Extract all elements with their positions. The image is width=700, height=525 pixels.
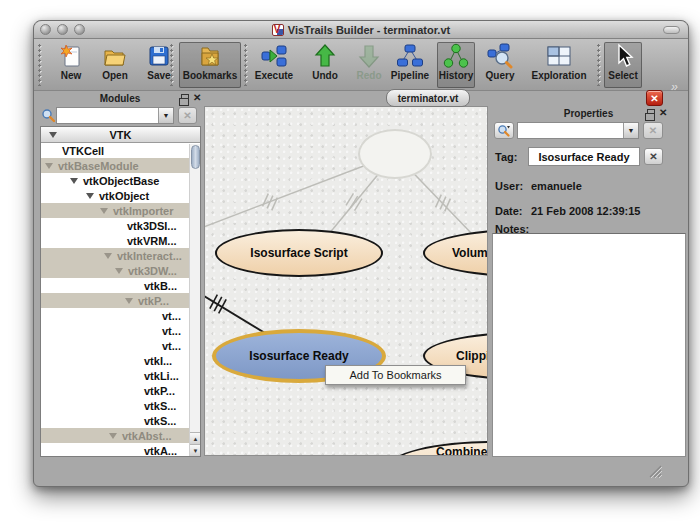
tree-item[interactable]: vtkBaseModule — [41, 158, 200, 173]
resize-grip-icon[interactable] — [647, 463, 662, 478]
tree-item[interactable]: vt... — [41, 308, 200, 323]
expander-triangle-icon[interactable] — [86, 193, 94, 199]
undo-button[interactable]: Undo — [304, 42, 346, 88]
chevron-down-icon[interactable]: ▼ — [623, 123, 638, 138]
expander-triangle-icon[interactable] — [109, 433, 117, 439]
tree-item[interactable]: vtkI... — [41, 353, 200, 368]
tree-item[interactable]: vtkInteract... — [41, 248, 200, 263]
float-panel-icon[interactable] — [647, 109, 655, 117]
expander-triangle-icon[interactable] — [45, 163, 53, 169]
scrollbar-thumb[interactable] — [191, 145, 200, 169]
toolbar-drag-handle[interactable] — [596, 43, 601, 86]
execute-icon — [261, 43, 287, 69]
tree-item[interactable]: vtkObject — [41, 188, 200, 203]
tag-search-combobox[interactable]: ▼ — [517, 122, 639, 139]
module-search-input[interactable] — [57, 108, 158, 123]
exploration-button[interactable]: Exploration — [526, 42, 592, 88]
date-value: 21 Feb 2008 12:39:15 — [531, 205, 640, 217]
clear-tag-search-button[interactable]: ✕ — [643, 122, 663, 139]
tree-item[interactable]: vtkImporter — [41, 203, 200, 218]
notes-field[interactable] — [492, 233, 686, 457]
undo-arrow-icon — [312, 43, 338, 69]
close-window-button[interactable] — [40, 24, 51, 35]
tree-item[interactable]: vtk3DSI... — [41, 218, 200, 233]
clear-module-search-button[interactable]: ✕ — [178, 107, 197, 124]
tree-item[interactable]: vtkLi... — [41, 368, 200, 383]
toolbar-drag-handle[interactable] — [243, 43, 248, 86]
app-window: VisTrails Builder - terminator.vt New Op… — [33, 20, 689, 487]
tree-item[interactable]: vtkA... — [41, 443, 200, 457]
tag-search-input[interactable] — [518, 123, 623, 138]
tag-input[interactable] — [528, 147, 640, 166]
tab-terminator-vt[interactable]: terminator.vt — [386, 89, 470, 107]
title-bar[interactable]: VisTrails Builder - terminator.vt — [34, 21, 688, 39]
zoom-window-button[interactable] — [74, 24, 85, 35]
toolbar-drag-handle[interactable] — [37, 43, 42, 86]
expander-triangle-icon[interactable] — [70, 178, 78, 184]
exploration-grid-icon — [546, 43, 572, 69]
tree-item[interactable]: vtkS... — [41, 413, 200, 428]
close-panel-icon[interactable]: ✕ — [659, 109, 667, 117]
toolbar-toggle-pill-button[interactable] — [663, 26, 680, 34]
modules-panel-header[interactable]: Modules — [39, 91, 201, 105]
properties-panel-title: Properties — [564, 108, 613, 119]
minimize-window-button[interactable] — [57, 24, 68, 35]
user-value: emanuele — [531, 180, 582, 192]
module-tree-header[interactable]: VTK — [41, 127, 200, 143]
toolbar-overflow-chevron[interactable]: » — [671, 79, 678, 94]
redo-button[interactable]: Redo — [349, 42, 389, 88]
history-tree-icon — [443, 43, 469, 69]
tree-item[interactable]: vt... — [41, 338, 200, 353]
float-panel-icon[interactable] — [181, 94, 189, 102]
close-vistrail-button[interactable]: ✕ — [646, 90, 663, 106]
version-node-isosurface-script[interactable]: Isosurface Script — [215, 229, 383, 277]
open-button[interactable]: Open — [95, 42, 135, 88]
tree-scrollbar[interactable]: ▲ ▼ — [189, 144, 200, 456]
history-button[interactable]: History — [437, 42, 475, 88]
scroll-down-icon[interactable]: ▼ — [190, 444, 201, 456]
tag-search-options-button[interactable] — [494, 122, 514, 139]
traffic-lights — [40, 24, 85, 35]
tree-item[interactable]: vtkS... — [41, 398, 200, 413]
module-tree[interactable]: VTK VTKCell vtkBaseModule vtkObjectBase … — [40, 126, 201, 457]
expander-triangle-icon[interactable] — [104, 253, 112, 259]
query-button[interactable]: Query — [479, 42, 521, 88]
tree-item[interactable]: vtkP... — [41, 383, 200, 398]
new-button[interactable]: New — [51, 42, 91, 88]
tree-item[interactable]: vt... — [41, 323, 200, 338]
date-label: Date: — [495, 205, 523, 217]
version-tree-canvas[interactable]: Isosurface Script Volum Isosurface Ready… — [204, 106, 488, 456]
expander-triangle-icon[interactable] — [49, 132, 57, 138]
version-node-root[interactable] — [358, 129, 432, 179]
toolbar: New Open Save Bookmarks Execute — [34, 39, 688, 91]
pipeline-button[interactable]: Pipeline — [386, 42, 434, 88]
expander-triangle-icon[interactable] — [115, 268, 123, 274]
select-button[interactable]: Select — [604, 42, 642, 88]
expander-triangle-icon[interactable] — [100, 208, 108, 214]
open-folder-icon — [102, 43, 128, 69]
tree-item[interactable]: vtkAbst... — [41, 428, 200, 443]
search-icon — [41, 108, 55, 122]
tree-item[interactable]: VTKCell — [41, 143, 200, 158]
new-document-icon — [58, 43, 84, 69]
tree-item[interactable]: vtk3DW... — [41, 263, 200, 278]
clear-tag-button[interactable]: ✕ — [644, 148, 663, 165]
tree-item[interactable]: vtkB... — [41, 278, 200, 293]
chevron-down-icon[interactable]: ▼ — [158, 108, 173, 123]
tree-item[interactable]: vtkP... — [41, 293, 200, 308]
scroll-up-icon[interactable]: ▲ — [190, 432, 201, 444]
window-title: VisTrails Builder - terminator.vt — [288, 24, 450, 36]
expander-triangle-icon[interactable] — [125, 298, 133, 304]
tree-item[interactable]: vtkObjectBase — [41, 173, 200, 188]
module-search-combobox[interactable]: ▼ — [56, 107, 174, 124]
bookmarks-button[interactable]: Bookmarks — [179, 42, 241, 88]
version-tree-edges — [205, 107, 488, 456]
execute-button[interactable]: Execute — [249, 42, 299, 88]
save-button[interactable]: Save — [139, 42, 179, 88]
close-panel-icon[interactable]: ✕ — [193, 94, 201, 102]
bookmarks-folder-icon — [197, 43, 223, 69]
tree-item[interactable]: vtkVRM... — [41, 233, 200, 248]
status-bar — [34, 456, 688, 486]
vistrails-app-icon — [272, 24, 284, 36]
query-search-icon — [487, 43, 513, 69]
